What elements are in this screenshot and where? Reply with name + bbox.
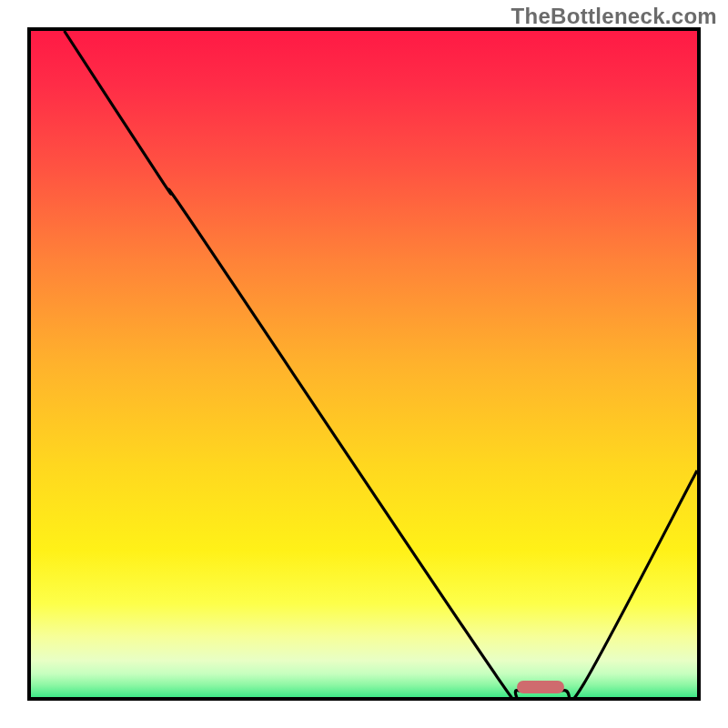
- chart-container: TheBottleneck.com: [0, 0, 728, 728]
- plot-area: [27, 27, 701, 701]
- optimal-marker: [517, 681, 563, 693]
- watermark-text: TheBottleneck.com: [511, 4, 717, 29]
- bottleneck-curve: [31, 31, 697, 697]
